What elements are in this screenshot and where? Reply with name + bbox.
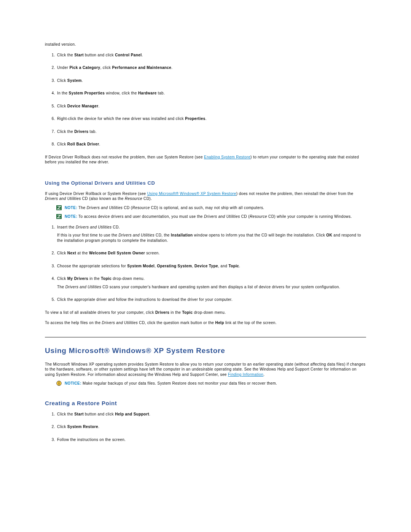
t: ) does not resolve the problem, then rei… bbox=[236, 192, 354, 196]
t: Resource bbox=[250, 214, 267, 219]
rollback-note-paragraph: If Device Driver Rollback does not resol… bbox=[45, 155, 366, 165]
t: Drivers bbox=[74, 129, 88, 134]
t: Topic bbox=[228, 264, 239, 268]
note-icon bbox=[56, 205, 65, 210]
t: Properties bbox=[185, 117, 205, 121]
t: Click bbox=[57, 425, 67, 429]
t: Device Type bbox=[194, 264, 218, 268]
t: CD, click the question mark button or th… bbox=[138, 321, 215, 325]
notice-icon bbox=[56, 381, 65, 386]
list-item: Click Device Manager. bbox=[56, 104, 366, 109]
t: To access device drivers and user docume… bbox=[77, 214, 204, 219]
list-item: Click Roll Back Driver. bbox=[56, 142, 366, 147]
t: Click the bbox=[57, 129, 74, 134]
t: Hardware bbox=[138, 91, 157, 95]
t: CD). bbox=[142, 197, 152, 201]
t: Performance and Maintenance bbox=[112, 66, 171, 70]
svg-rect-4 bbox=[59, 383, 59, 385]
t: The Microsoft Windows XP operating syste… bbox=[45, 362, 365, 377]
t: button and click bbox=[84, 412, 115, 416]
cd-steps-list: Insert the Drivers and Utilities CD. If … bbox=[45, 225, 366, 302]
t: Drivers and Utilities bbox=[102, 321, 138, 325]
t: Next bbox=[67, 251, 76, 255]
t: CD ( bbox=[123, 206, 132, 210]
t: . bbox=[82, 78, 83, 83]
t: System Properties bbox=[69, 91, 105, 95]
t: In the bbox=[57, 91, 69, 95]
t: To access the help files on the bbox=[45, 321, 102, 325]
note-row: NOTE: To access device drivers and user … bbox=[45, 214, 366, 219]
t: Click bbox=[57, 276, 67, 281]
t: Drivers and Utilities bbox=[76, 225, 112, 229]
list-item: Choose the appropriate selections for Sy… bbox=[56, 264, 366, 269]
t: . bbox=[263, 372, 264, 377]
t: . bbox=[239, 264, 240, 268]
list-item: In the System Properties window, click t… bbox=[56, 91, 366, 96]
note-text: NOTE: The Drivers and Utilities CD (Reso… bbox=[65, 205, 366, 211]
t: The bbox=[77, 206, 87, 210]
t: Click bbox=[57, 78, 67, 83]
cd-intro-paragraph: If using Device Driver Rollback or Syste… bbox=[45, 191, 366, 201]
heading-drivers-utilities-cd: Using the Optional Drivers and Utilities… bbox=[45, 180, 366, 186]
t: If this is your first time to use the bbox=[57, 233, 118, 237]
t: Welcome Dell System Owner bbox=[89, 251, 145, 255]
rollback-steps-list: Click the Start button and click Control… bbox=[45, 53, 366, 147]
t: Pick a Category bbox=[69, 66, 100, 70]
t: link at the top of the screen. bbox=[224, 321, 277, 325]
list-item: Click Next at the Welcome Dell System Ow… bbox=[56, 251, 366, 256]
list-item: Click System. bbox=[56, 78, 366, 83]
note-row: NOTE: The Drivers and Utilities CD (Reso… bbox=[45, 205, 366, 211]
t: CD ( bbox=[240, 214, 250, 219]
t: , click bbox=[100, 66, 112, 70]
finding-information-link[interactable]: Finding Information bbox=[228, 372, 263, 377]
t: Follow the instructions on the screen. bbox=[57, 438, 126, 442]
t: tab. bbox=[88, 129, 96, 134]
heading-creating-restore-point: Creating a Restore Point bbox=[45, 400, 366, 406]
t: , and bbox=[218, 264, 228, 268]
t: . bbox=[98, 425, 99, 429]
t: System Restore bbox=[67, 425, 98, 429]
t: Resource bbox=[132, 206, 150, 210]
note-icon bbox=[56, 214, 65, 219]
note-label: NOTE: bbox=[65, 214, 77, 219]
t: Resource bbox=[125, 197, 142, 201]
t: window, click the bbox=[105, 91, 138, 95]
t: at the bbox=[76, 251, 89, 255]
divider bbox=[45, 337, 366, 337]
t: Help bbox=[215, 321, 224, 325]
list-item: Click My Drivers in the Topic drop-down … bbox=[56, 276, 366, 289]
t: Under bbox=[57, 66, 69, 70]
heading-system-restore: Using Microsoft® Windows® XP System Rest… bbox=[45, 347, 366, 355]
notice-row: NOTICE: Make regular backups of your dat… bbox=[45, 381, 366, 386]
t: Click the bbox=[57, 412, 74, 416]
t: drop-down menu. bbox=[193, 310, 226, 315]
notice-text: NOTICE: Make regular backups of your dat… bbox=[65, 381, 366, 386]
t: CD) while your computer is running Windo… bbox=[267, 214, 352, 219]
t: Choose the appropriate selections for bbox=[57, 264, 127, 268]
t: Operating System bbox=[157, 264, 192, 268]
list-item: Insert the Drivers and Utilities CD. If … bbox=[56, 225, 366, 243]
notice-label: NOTICE: bbox=[65, 381, 81, 385]
sub-text: The Drivers and Utilities CD scans your … bbox=[57, 284, 366, 290]
enabling-system-restore-link[interactable]: Enabling System Restore bbox=[204, 155, 250, 159]
t: My Drivers bbox=[67, 276, 88, 281]
t: Right-click the device for which the new… bbox=[57, 117, 185, 121]
t: drop-down menu. bbox=[112, 276, 145, 281]
cd-tail-1: To view a list of all available drivers … bbox=[45, 310, 366, 315]
list-item: Follow the instructions on the screen. bbox=[56, 437, 366, 443]
t: Click the appropriate driver and follow … bbox=[57, 297, 233, 302]
using-xp-system-restore-link[interactable]: Using Microsoft® Windows® XP System Rest… bbox=[147, 192, 236, 196]
list-item: Click System Restore. bbox=[56, 424, 366, 430]
list-item: Click the Start button and click Help an… bbox=[56, 412, 366, 417]
t: Drivers and Utilities bbox=[204, 214, 240, 219]
t: Click the bbox=[57, 53, 74, 57]
t: . bbox=[171, 66, 172, 70]
t: Installation bbox=[171, 233, 193, 237]
t: in the bbox=[169, 310, 182, 315]
t: Click bbox=[57, 104, 67, 108]
t: . bbox=[149, 412, 150, 416]
t: window opens to inform you that the CD w… bbox=[193, 233, 327, 237]
t: System bbox=[67, 78, 82, 83]
list-item: Click the Drivers tab. bbox=[56, 129, 366, 134]
t: System Model bbox=[127, 264, 155, 268]
